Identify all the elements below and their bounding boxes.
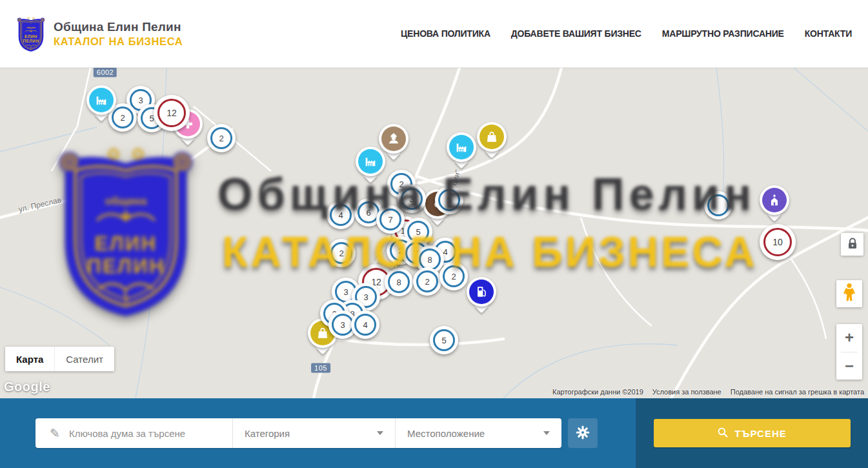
chevron-down-icon	[543, 431, 550, 435]
svg-text:ПЕЛИН: ПЕЛИН	[23, 39, 39, 43]
business-pin[interactable]	[760, 185, 789, 215]
cluster-count: 5	[438, 189, 460, 211]
svg-text:ЕЛИН: ЕЛИН	[25, 34, 37, 39]
factory-icon	[358, 149, 383, 174]
site-brand[interactable]: община ЕЛИН ПЕЛИН Община Елин Пелин КАТА…	[16, 15, 183, 52]
cluster-marker[interactable]: 7	[376, 205, 405, 234]
business-pin[interactable]	[356, 147, 385, 176]
cluster-count: 7	[379, 209, 401, 230]
cluster-count: 3	[332, 314, 354, 336]
cluster-count	[707, 194, 729, 216]
attribution-report-error-link[interactable]: Подаване на сигнал за грешка в картата	[731, 388, 864, 396]
advanced-search-settings-button[interactable]	[568, 418, 598, 448]
attribution-terms-link[interactable]: Условия за ползване	[652, 388, 722, 396]
map-markers-layer: 3 2 5 12 2 2 3 5 4 6 13 7 5 2 2 7 4 8	[0, 68, 868, 398]
main-nav: ЦЕНОВА ПОЛИТИКА ДОБАВЕТЕ ВАШИЯТ БИЗНЕС М…	[401, 28, 852, 39]
zoom-control: + −	[836, 324, 862, 380]
cluster-marker[interactable]: 4	[327, 201, 355, 229]
cluster-count: 4	[354, 314, 376, 336]
cluster-count: 10	[763, 228, 792, 256]
map-type-satellite-button[interactable]: Сателит	[54, 347, 114, 371]
search-bar: ТЪРСЕНЕ ✎ Категория Местоположение	[0, 398, 868, 468]
cluster-marker[interactable]: 2	[327, 239, 356, 267]
pegman-control[interactable]	[836, 280, 862, 307]
factory-icon	[89, 88, 114, 112]
nav-add-your-business[interactable]: ДОБАВЕТЕ ВАШИЯТ БИЗНЕС	[511, 28, 641, 39]
map-canvas[interactable]: 6002105ул. Преславбул. „Новоселции" 3 2 …	[0, 68, 868, 398]
keyword-input[interactable]	[69, 428, 232, 439]
cluster-count: 2	[210, 127, 232, 149]
cluster-count: 2	[443, 265, 465, 287]
business-pin[interactable]	[477, 122, 507, 152]
cluster-marker[interactable]: 2	[207, 124, 236, 152]
cluster-count: 12	[157, 99, 186, 127]
municipality-crest-logo: община ЕЛИН ПЕЛИН	[16, 15, 46, 52]
pencil-icon: ✎	[50, 426, 60, 441]
keyword-field: ✎	[35, 418, 232, 448]
site-subtitle: КАТАЛОГ НА БИЗНЕСА	[54, 36, 183, 48]
shopping-bag-icon	[479, 125, 504, 149]
business-pin[interactable]	[467, 277, 496, 307]
cluster-count: 2	[330, 242, 352, 264]
cluster-marker[interactable]: 3	[398, 185, 426, 213]
cluster-marker[interactable]: 8	[385, 268, 413, 296]
map-type-map-button[interactable]: Карта	[5, 347, 54, 371]
nav-route-schedule[interactable]: МАРШРУТНО РАЗПИСАНИЕ	[662, 28, 784, 39]
chevron-down-icon	[377, 431, 383, 435]
attribution-copyright: Картографски данни ©2019	[552, 388, 643, 396]
cluster-marker[interactable]	[704, 191, 732, 219]
svg-text:община: община	[26, 26, 35, 29]
search-group: ✎ Категория Местоположение	[35, 418, 561, 448]
business-pin[interactable]	[86, 85, 116, 115]
nav-contacts[interactable]: КОНТАКТИ	[805, 28, 852, 39]
location-select[interactable]: Местоположение	[395, 418, 561, 448]
search-submit-label: ТЪРСЕНЕ	[734, 428, 787, 439]
cluster-count: 3	[401, 188, 423, 210]
search-submit-panel: ТЪРСЕНЕ	[636, 398, 868, 468]
brand-text: Община Елин Пелин КАТАЛОГ НА БИЗНЕСА	[54, 20, 183, 48]
zoom-in-button[interactable]: +	[836, 324, 862, 352]
cluster-marker[interactable]: 4	[351, 310, 379, 339]
category-select[interactable]: Категория	[232, 418, 395, 448]
site-title: Община Елин Пелин	[54, 20, 183, 34]
cluster-count: 8	[388, 271, 410, 293]
map-attribution: Картографски данни ©2019 Условия за полз…	[552, 388, 864, 396]
cluster-marker[interactable]: 5	[430, 326, 458, 354]
pegman-icon	[842, 283, 856, 305]
page: община ЕЛИН ПЕЛИН Община Елин Пелин КАТА…	[0, 0, 868, 468]
lock-icon	[847, 238, 858, 252]
cluster-marker[interactable]: 10	[760, 224, 796, 260]
site-header: община ЕЛИН ПЕЛИН Община Елин Пелин КАТА…	[0, 0, 868, 68]
nav-pricing-policy[interactable]: ЦЕНОВА ПОЛИТИКА	[401, 28, 490, 39]
cluster-count: 2	[416, 270, 438, 292]
location-select-label: Местоположение	[407, 428, 485, 439]
google-logo[interactable]: Google	[4, 380, 50, 394]
business-pin[interactable]	[447, 132, 476, 162]
cluster-marker[interactable]: 12	[154, 95, 190, 131]
category-select-label: Категория	[245, 428, 290, 439]
cluster-count: 4	[330, 204, 352, 226]
church-icon	[762, 188, 787, 212]
cluster-marker[interactable]: 2	[439, 262, 468, 290]
map-type-switcher: Карта Сателит	[5, 347, 114, 371]
fuel-pump-icon	[469, 280, 494, 304]
factory-icon	[449, 135, 474, 159]
gear-icon	[575, 425, 590, 442]
cluster-count: 5	[433, 329, 455, 351]
cluster-marker[interactable]: 2	[413, 267, 441, 296]
zoom-out-button[interactable]: −	[836, 352, 862, 380]
search-icon	[717, 427, 728, 440]
cluster-marker[interactable]: 5	[435, 186, 463, 214]
street-view-lock-button[interactable]	[841, 233, 863, 256]
search-submit-button[interactable]: ТЪРСЕНЕ	[654, 419, 851, 447]
